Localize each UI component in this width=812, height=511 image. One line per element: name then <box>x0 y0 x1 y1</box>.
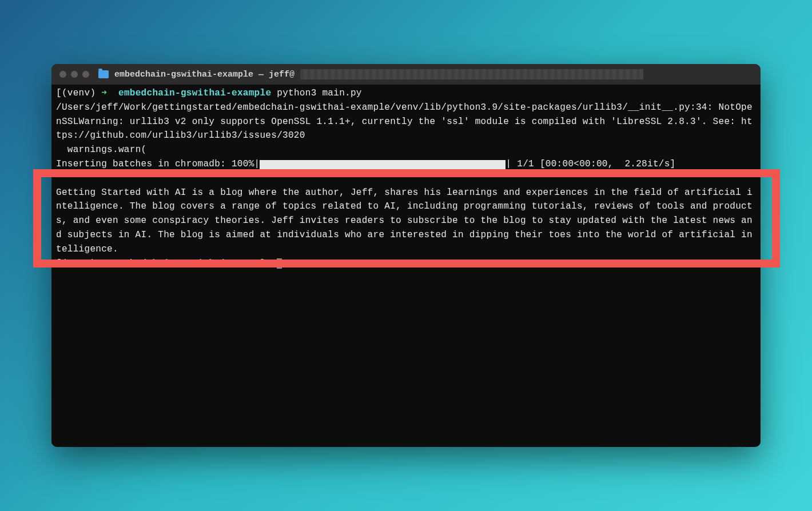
venv-label-2: (venv) <box>62 258 95 269</box>
terminal-body[interactable]: [(venv) ➜ embedchain-gswithai-example py… <box>51 85 761 447</box>
venv-label: (venv) <box>62 88 95 98</box>
traffic-lights <box>59 71 89 78</box>
close-button[interactable] <box>59 71 66 78</box>
prompt-arrow-icon-2: ➜ <box>101 258 107 269</box>
prompt-line-2: [(venv) ➜ embedchain-gswithai-example <box>56 257 756 271</box>
progress-suffix-text: | 1/1 [00:00<00:00, 2.28it/s] <box>505 159 675 169</box>
command-text: python3 main.py <box>277 88 362 98</box>
redacted-title-portion <box>300 69 643 79</box>
progress-prefix-text: Inserting batches in chromadb: 100%| <box>56 159 260 169</box>
output-answer: Getting Started with AI is a blog where … <box>56 186 756 257</box>
prompt-path: embedchain-gswithai-example <box>118 88 271 98</box>
output-progress: Inserting batches in chromadb: 100%| | 1… <box>56 157 756 171</box>
minimize-button[interactable] <box>71 71 78 78</box>
terminal-window: embedchain-gswithai-example — jeff@ [(ve… <box>51 64 761 447</box>
maximize-button[interactable] <box>82 71 89 78</box>
prompt-arrow-icon: ➜ <box>101 88 107 98</box>
output-warnings-call: warnings.warn( <box>56 143 756 157</box>
folder-icon <box>98 70 109 78</box>
prompt-path-2: embedchain-gswithai-example <box>118 258 271 269</box>
output-blank-line <box>56 171 756 186</box>
prompt-line-1: [(venv) ➜ embedchain-gswithai-example py… <box>56 86 756 101</box>
progress-bar-fill <box>260 160 505 169</box>
title-bar: embedchain-gswithai-example — jeff@ <box>51 64 761 85</box>
cursor[interactable] <box>277 258 282 269</box>
window-title: embedchain-gswithai-example — jeff@ <box>114 70 294 79</box>
output-warning: /Users/jeff/Work/gettingstarted/embedcha… <box>56 101 756 143</box>
